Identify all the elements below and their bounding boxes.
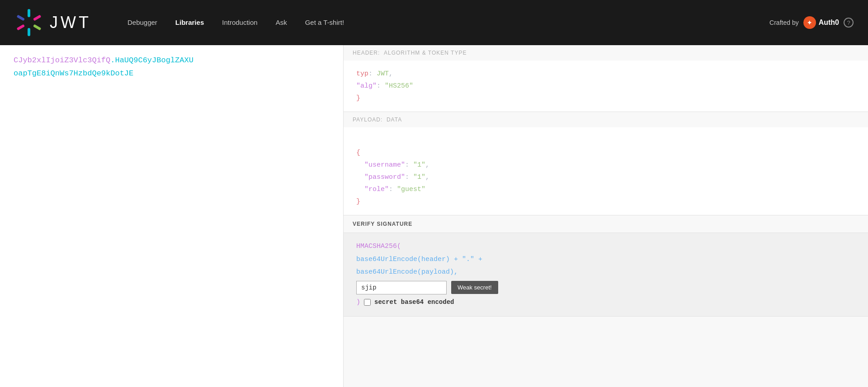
verify-line1: base64UrlEncode(header) + "." + <box>356 253 855 266</box>
svg-rect-5 <box>17 14 25 21</box>
logo-text: JWT <box>50 13 91 32</box>
verify-text-line2: base64UrlEncode(payload), <box>356 268 458 276</box>
nav-item-tshirt[interactable]: Get a T-shirt! <box>305 19 344 27</box>
logo-link[interactable]: JWT <box>14 8 91 37</box>
auth0-logo-icon: ✦ <box>803 16 816 29</box>
nav-item-introduction[interactable]: Introduction <box>222 19 257 27</box>
verify-body: HMACSHA256( base64UrlEncode(header) + ".… <box>344 233 868 316</box>
header-section-body: typ: JWT, "alg": "HS256" } <box>344 61 868 112</box>
verify-fn-line: HMACSHA256( <box>356 240 855 253</box>
hmac-fn: HMACSHA256( <box>356 242 401 250</box>
nav-item-ask[interactable]: Ask <box>276 19 287 27</box>
token-part3: oapTgE8iQnWs7HzbdQe9kDotJE <box>14 69 133 78</box>
auth0-name: Auth0 <box>819 19 839 27</box>
main-content: CJyb2xlIjoiZ3Vlc3QifQ.HaUQ9C6yJBoglZAXU … <box>0 45 868 387</box>
logo-icon <box>14 8 43 37</box>
nav-links: Debugger Libraries Introduction Ask Get … <box>127 19 344 27</box>
checkbox-row: ) secret base64 encoded <box>356 296 855 309</box>
nav-right: Crafted by ✦ Auth0 ? <box>769 16 854 29</box>
token-dot1: . <box>110 56 115 65</box>
verify-section: VERIFY SIGNATURE HMACSHA256( base64UrlEn… <box>344 215 868 317</box>
payload-section: PAYLOAD: DATA { "username": "1", "passwo… <box>344 112 868 215</box>
right-panel: HEADER: ALGORITHM & TOKEN TYPE typ: JWT,… <box>344 45 868 387</box>
weak-secret-button[interactable]: Weak secret! <box>451 281 498 294</box>
verify-text-line1: base64UrlEncode(header) + "." + <box>356 256 482 263</box>
token-part1: CJyb2xlIjoiZ3Vlc3QifQ <box>14 56 110 65</box>
verify-header: VERIFY SIGNATURE <box>344 215 868 233</box>
payload-section-label: PAYLOAD: DATA <box>344 112 868 127</box>
token-display: CJyb2xlIjoiZ3Vlc3QifQ.HaUQ9C6yJBoglZAXU … <box>14 54 330 80</box>
svg-rect-0 <box>28 9 30 17</box>
token-part2: HaUQ9C6yJBoglZAXU <box>115 56 193 65</box>
nav-item-libraries[interactable]: Libraries <box>175 19 204 27</box>
base64-checkbox-label: secret base64 encoded <box>374 296 454 308</box>
header-section: HEADER: ALGORITHM & TOKEN TYPE typ: JWT,… <box>344 45 868 112</box>
payload-json: { "username": "1", "password": "1", "rol… <box>356 135 855 208</box>
header-json: typ: JWT, "alg": "HS256" } <box>356 68 855 104</box>
auth0-badge[interactable]: ✦ Auth0 <box>803 16 839 29</box>
verify-line2: base64UrlEncode(payload), <box>356 266 855 279</box>
closing-paren: ) <box>356 296 360 309</box>
left-panel: CJyb2xlIjoiZ3Vlc3QifQ.HaUQ9C6yJBoglZAXU … <box>0 45 344 387</box>
payload-section-body: { "username": "1", "password": "1", "rol… <box>344 127 868 215</box>
secret-row: Weak secret! <box>356 281 855 294</box>
svg-rect-2 <box>33 24 42 30</box>
base64-checkbox[interactable] <box>364 299 371 306</box>
secret-input[interactable] <box>356 281 447 294</box>
svg-rect-1 <box>33 14 42 21</box>
svg-rect-4 <box>17 24 25 30</box>
svg-rect-3 <box>28 28 30 36</box>
help-icon[interactable]: ? <box>844 18 854 28</box>
crafted-by-label: Crafted by <box>769 19 799 26</box>
nav-item-debugger[interactable]: Debugger <box>127 19 157 27</box>
header-section-label: HEADER: ALGORITHM & TOKEN TYPE <box>344 45 868 61</box>
navigation: JWT Debugger Libraries Introduction Ask … <box>0 0 868 45</box>
